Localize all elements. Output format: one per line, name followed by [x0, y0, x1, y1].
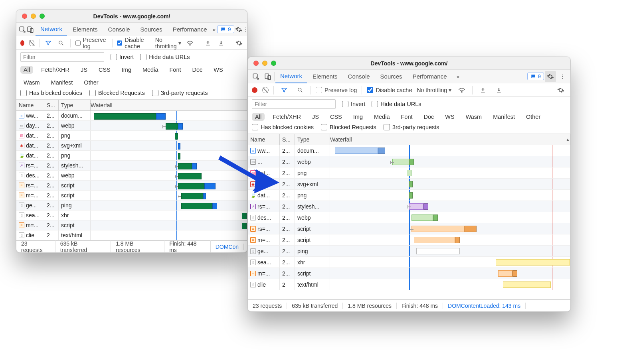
type-filter-all[interactable]: All — [252, 113, 265, 121]
network-row[interactable]: 🍃dat...2...png — [248, 190, 570, 201]
type-filter-media[interactable]: Media — [139, 66, 162, 74]
network-row[interactable]: ≡m=...2...script — [248, 268, 570, 279]
type-filter-other[interactable]: Other — [523, 113, 544, 121]
device-toggle-icon[interactable] — [27, 24, 34, 35]
filter-icon[interactable] — [279, 85, 290, 96]
record-button[interactable] — [20, 40, 24, 46]
type-filter-font[interactable]: Font — [166, 66, 184, 74]
network-row[interactable]: ▯clie2text/html — [16, 230, 247, 240]
throttling-select[interactable]: No throttling▾ — [155, 37, 181, 49]
preserve-log-checkbox[interactable]: Preserve log — [316, 87, 357, 93]
network-row[interactable]: ▯clie2text/html — [248, 279, 570, 290]
type-filter-fetchxhr[interactable]: Fetch/XHR — [269, 113, 304, 121]
type-filter-js[interactable]: JS — [77, 66, 91, 74]
type-filter-ws[interactable]: WS — [210, 66, 226, 74]
type-filter-doc[interactable]: Doc — [189, 66, 206, 74]
type-filter-media[interactable]: Media — [371, 113, 393, 121]
tab-performance[interactable]: Performance — [168, 23, 212, 36]
type-filter-img[interactable]: Img — [350, 113, 366, 121]
network-grid[interactable]: ≡ww...2...docum...▭day...2...webp▧dat...… — [16, 111, 247, 240]
invert-checkbox[interactable]: Invert — [111, 54, 134, 60]
throttling-select[interactable]: No throttling▾ — [417, 87, 451, 93]
network-row[interactable]: ▯ge...2...ping — [248, 246, 570, 257]
more-menu-icon[interactable]: ⋮ — [557, 71, 568, 82]
network-row[interactable]: ◉dat...2...svg+xml — [16, 141, 247, 151]
window-zoom-icon[interactable] — [40, 14, 45, 19]
window-minimize-icon[interactable] — [31, 14, 36, 19]
download-har-icon[interactable] — [217, 37, 226, 49]
type-filter-js[interactable]: JS — [309, 113, 322, 121]
network-row[interactable]: ≡m=...2...script — [16, 220, 247, 230]
search-icon[interactable] — [295, 85, 306, 96]
issues-badge[interactable]: 9 — [217, 26, 234, 33]
tab-sources[interactable]: Sources — [136, 23, 167, 36]
more-tabs-icon[interactable]: » — [213, 24, 216, 35]
network-settings-icon[interactable] — [235, 37, 243, 49]
tab-console[interactable]: Console — [343, 70, 375, 83]
filter-input[interactable] — [20, 52, 104, 62]
has-blocked-cookies-checkbox[interactable]: Has blocked cookies — [252, 124, 314, 130]
type-filter-font[interactable]: Font — [398, 113, 415, 121]
col-name[interactable]: Name — [16, 100, 44, 110]
col-name[interactable]: Name — [248, 134, 280, 145]
col-waterfall[interactable]: Waterfall▲ — [330, 134, 570, 145]
type-filter-doc[interactable]: Doc — [420, 113, 437, 121]
inspect-element-icon[interactable] — [19, 24, 26, 35]
hide-data-urls-checkbox[interactable]: Hide data URLs — [372, 101, 421, 107]
network-conditions-icon[interactable] — [186, 37, 194, 49]
download-har-icon[interactable] — [493, 85, 504, 96]
network-row[interactable]: ▯des...2...webp — [16, 171, 247, 181]
col-type[interactable]: Type — [59, 100, 91, 110]
filter-icon[interactable] — [44, 37, 52, 49]
tab-elements[interactable]: Elements — [68, 23, 103, 36]
type-filter-css[interactable]: CSS — [327, 113, 345, 121]
third-party-requests-checkbox[interactable]: 3rd-party requests — [152, 90, 208, 96]
col-status[interactable]: S... — [280, 134, 295, 145]
network-row[interactable]: ↗rs=...2...stylesh... — [248, 201, 570, 212]
settings-icon[interactable] — [235, 24, 242, 35]
settings-icon[interactable] — [545, 71, 556, 82]
window-minimize-icon[interactable] — [262, 61, 267, 66]
blocked-requests-checkbox[interactable]: Blocked Requests — [321, 124, 376, 130]
network-row[interactable]: ≡ww...2...docum... — [16, 111, 247, 121]
type-filter-manifest[interactable]: Manifest — [490, 113, 518, 121]
type-filter-all[interactable]: All — [20, 66, 33, 74]
more-tabs-icon[interactable]: » — [453, 71, 464, 82]
invert-checkbox[interactable]: Invert — [342, 101, 365, 107]
network-row[interactable]: ▯ge...2...ping — [16, 201, 247, 211]
window-close-icon[interactable] — [253, 61, 259, 66]
issues-badge[interactable]: 9 — [527, 73, 544, 80]
window-close-icon[interactable] — [22, 14, 27, 19]
network-conditions-icon[interactable] — [456, 85, 467, 96]
hide-data-urls-checkbox[interactable]: Hide data URLs — [140, 54, 190, 60]
network-row[interactable]: ▭...2...webp — [248, 156, 570, 167]
col-status[interactable]: S... — [44, 100, 59, 110]
tab-network[interactable]: Network — [36, 23, 67, 36]
network-row[interactable]: ▭day...2...webp — [16, 121, 247, 131]
upload-har-icon[interactable] — [204, 37, 212, 49]
filter-input[interactable] — [252, 99, 336, 109]
network-row[interactable]: ▯sea...2...xhr — [16, 211, 247, 220]
network-settings-icon[interactable] — [555, 85, 566, 96]
network-row[interactable]: ◉dat...2...svg+xml — [248, 179, 570, 190]
tab-sources[interactable]: Sources — [376, 70, 407, 83]
network-grid[interactable]: ≡ww...2...docum...▭...2...webp▧dat...2..… — [248, 145, 570, 299]
upload-har-icon[interactable] — [477, 85, 489, 96]
inspect-element-icon[interactable] — [250, 71, 261, 82]
clear-button[interactable] — [29, 40, 34, 46]
clear-button[interactable] — [262, 87, 269, 93]
tab-console[interactable]: Console — [103, 23, 135, 36]
col-waterfall[interactable]: Waterfall — [91, 100, 247, 110]
third-party-requests-checkbox[interactable]: 3rd-party requests — [384, 124, 439, 130]
type-filter-manifest[interactable]: Manifest — [48, 79, 76, 87]
type-filter-ws[interactable]: WS — [442, 113, 457, 121]
type-filter-wasm[interactable]: Wasm — [20, 79, 43, 87]
tab-performance[interactable]: Performance — [408, 70, 452, 83]
network-row[interactable]: ≡m=...2...script — [16, 191, 247, 201]
network-row[interactable]: ▧dat...2...png — [248, 167, 570, 179]
blocked-requests-checkbox[interactable]: Blocked Requests — [89, 90, 145, 96]
tab-elements[interactable]: Elements — [308, 70, 342, 83]
type-filter-img[interactable]: Img — [119, 66, 135, 74]
network-row[interactable]: 🍃dat...2...png — [16, 151, 247, 161]
type-filter-css[interactable]: CSS — [95, 66, 114, 74]
